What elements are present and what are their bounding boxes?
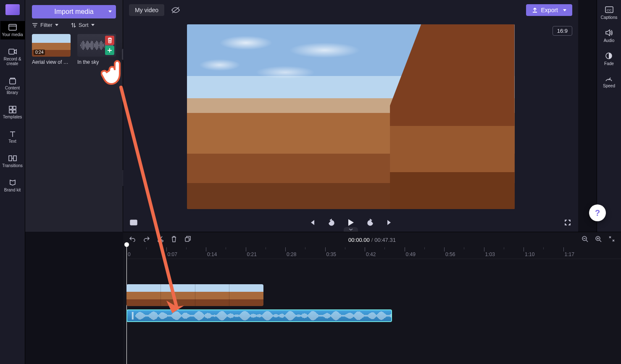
- rail-speed[interactable]: Speed: [603, 75, 615, 88]
- rail-label: Content library: [0, 86, 25, 95]
- library-icon: [8, 77, 17, 84]
- video-preview[interactable]: [187, 24, 515, 209]
- playback-controls: 5 5: [123, 212, 578, 232]
- forward-button[interactable]: 5: [366, 218, 375, 227]
- rail-label: Captions: [601, 15, 617, 20]
- clip-handle-left[interactable]: [132, 312, 134, 319]
- waveform-icon: [135, 310, 392, 321]
- clip-duration: 0:24: [34, 50, 45, 55]
- delete-clip-button[interactable]: [105, 36, 114, 45]
- text-icon: [8, 130, 17, 138]
- chevron-down-icon: [55, 24, 58, 26]
- right-tool-rail: CC Captions Audio Fade Speed: [597, 0, 621, 232]
- rail-label: Speed: [603, 84, 615, 88]
- zoom-fit-button[interactable]: [608, 236, 615, 244]
- help-button[interactable]: ?: [589, 204, 606, 221]
- import-media-button[interactable]: Import media: [32, 5, 116, 18]
- rail-content-library[interactable]: Content library: [0, 74, 25, 97]
- svg-rect-17: [185, 238, 189, 241]
- app-logo: [5, 4, 20, 15]
- filter-button[interactable]: Filter: [32, 22, 58, 28]
- safe-zone-button[interactable]: [129, 218, 138, 227]
- svg-rect-6: [13, 110, 16, 113]
- play-button[interactable]: [346, 218, 355, 227]
- chevron-down-icon: [563, 9, 566, 11]
- filter-label: Filter: [40, 22, 53, 28]
- timeline: 00:00.00/00:47.31 00:070:140:210:280:350…: [123, 232, 621, 364]
- audio-track-clip[interactable]: [126, 309, 392, 322]
- svg-text:5: 5: [369, 222, 371, 225]
- check-icon: ✓: [70, 59, 71, 65]
- video-track-clip[interactable]: [126, 284, 263, 306]
- split-button[interactable]: [158, 236, 163, 244]
- rail-label: Record & create: [0, 57, 25, 66]
- chevron-down-icon: [108, 10, 112, 13]
- media-panel: Import media Filter Sort 0:24 Aerial vie…: [25, 0, 123, 232]
- rail-label: Templates: [3, 115, 22, 119]
- redo-button[interactable]: [143, 236, 150, 244]
- duplicate-button[interactable]: [184, 236, 191, 244]
- brand-icon: [8, 179, 17, 186]
- sort-icon: [71, 22, 76, 28]
- rail-your-media[interactable]: Your media: [0, 21, 25, 39]
- svg-rect-7: [9, 156, 12, 161]
- rail-label: Text: [8, 139, 16, 144]
- main-area: My video Export 16:9 5 5: [123, 0, 578, 232]
- sort-button[interactable]: Sort: [71, 22, 95, 28]
- clip-name: Aerial view of …: [32, 59, 68, 65]
- rail-transitions[interactable]: Transitions: [0, 152, 25, 170]
- upload-icon: [532, 7, 538, 13]
- svg-rect-4: [13, 106, 16, 109]
- sort-label: Sort: [79, 22, 89, 28]
- rail-fade[interactable]: Fade: [604, 52, 614, 66]
- templates-icon: [8, 106, 17, 113]
- svg-text:5: 5: [330, 222, 332, 225]
- svg-text:CC: CC: [607, 8, 612, 12]
- timeline-ruler[interactable]: 00:070:140:210:280:350:420:490:561:031:1…: [126, 247, 621, 259]
- rail-templates[interactable]: Templates: [0, 103, 25, 122]
- filter-icon: [32, 23, 38, 28]
- svg-rect-1: [9, 49, 14, 54]
- import-label: Import media: [54, 8, 93, 16]
- svg-rect-8: [13, 156, 16, 161]
- rewind-button[interactable]: 5: [327, 218, 336, 227]
- rail-label: Fade: [604, 61, 614, 66]
- rail-audio[interactable]: Audio: [604, 29, 615, 43]
- timeline-toolbar: 00:00.00/00:47.31: [123, 232, 621, 247]
- clip-name: In the sky: [77, 59, 99, 65]
- rail-brand-kit[interactable]: Brand kit: [0, 176, 25, 195]
- delete-button[interactable]: [171, 236, 177, 244]
- svg-point-16: [161, 240, 163, 242]
- project-title[interactable]: My video: [129, 4, 164, 16]
- rail-record[interactable]: Record & create: [0, 45, 25, 68]
- skip-back-button[interactable]: [308, 218, 317, 227]
- record-icon: [8, 48, 17, 55]
- export-label: Export: [541, 7, 558, 13]
- hide-preview-button[interactable]: [171, 5, 180, 15]
- chevron-down-icon: [91, 24, 95, 26]
- top-bar: My video Export: [123, 0, 578, 20]
- timecode: 00:00.00/00:47.31: [348, 237, 396, 243]
- zoom-in-button[interactable]: [595, 236, 602, 244]
- rail-captions[interactable]: CC Captions: [601, 6, 617, 20]
- media-clip-video[interactable]: 0:24 Aerial view of … ✓: [32, 34, 71, 65]
- svg-rect-0: [9, 24, 16, 30]
- transitions-icon: [8, 155, 17, 162]
- rail-text[interactable]: Text: [0, 128, 25, 146]
- svg-rect-2: [10, 79, 16, 84]
- svg-rect-3: [9, 106, 12, 109]
- undo-button[interactable]: [129, 236, 136, 244]
- rail-label: Your media: [2, 32, 23, 37]
- skip-forward-button[interactable]: [385, 218, 394, 227]
- aspect-ratio-button[interactable]: 16:9: [553, 26, 572, 36]
- rail-label: Brand kit: [4, 188, 21, 192]
- add-to-timeline-button[interactable]: [105, 46, 114, 55]
- rail-label: Transitions: [2, 163, 23, 168]
- export-button[interactable]: Export: [526, 4, 572, 16]
- media-clip-audio[interactable]: In the sky: [77, 34, 116, 65]
- media-icon: [8, 24, 17, 31]
- left-nav-rail: Your media Record & create Content libra…: [0, 0, 25, 364]
- zoom-out-button[interactable]: [582, 236, 588, 244]
- fullscreen-button[interactable]: [563, 218, 572, 227]
- svg-rect-5: [9, 110, 12, 113]
